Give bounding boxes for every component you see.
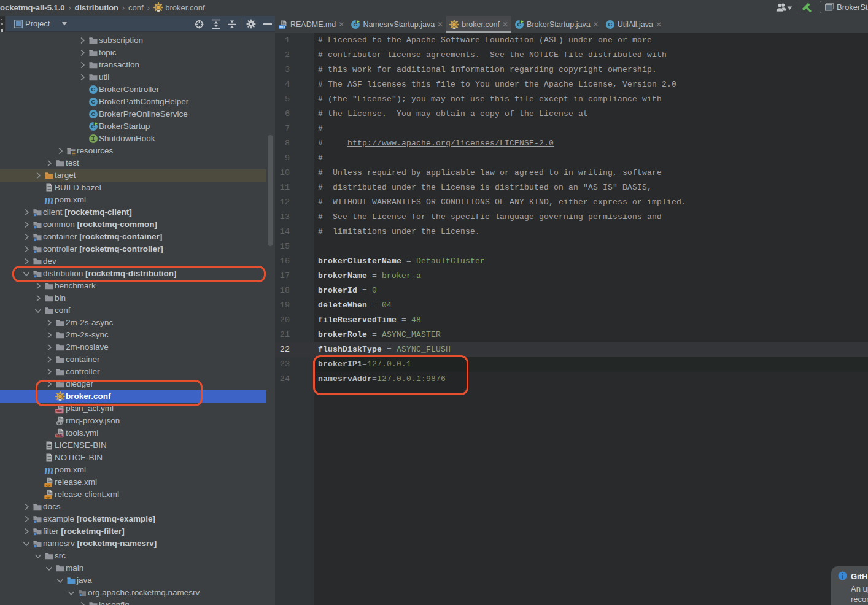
- svg-text:<>: <>: [46, 495, 51, 499]
- svg-text:C: C: [608, 21, 612, 28]
- svg-text:m: m: [45, 465, 54, 475]
- svg-text:C: C: [91, 98, 96, 105]
- svg-text:YML: YML: [56, 409, 63, 413]
- svg-text:m: m: [45, 195, 54, 205]
- svg-text:YML: YML: [56, 434, 63, 437]
- svg-text:C: C: [91, 86, 96, 93]
- svg-text:<>: <>: [46, 483, 51, 487]
- svg-text:C: C: [91, 110, 96, 117]
- svg-text:MD: MD: [279, 25, 285, 29]
